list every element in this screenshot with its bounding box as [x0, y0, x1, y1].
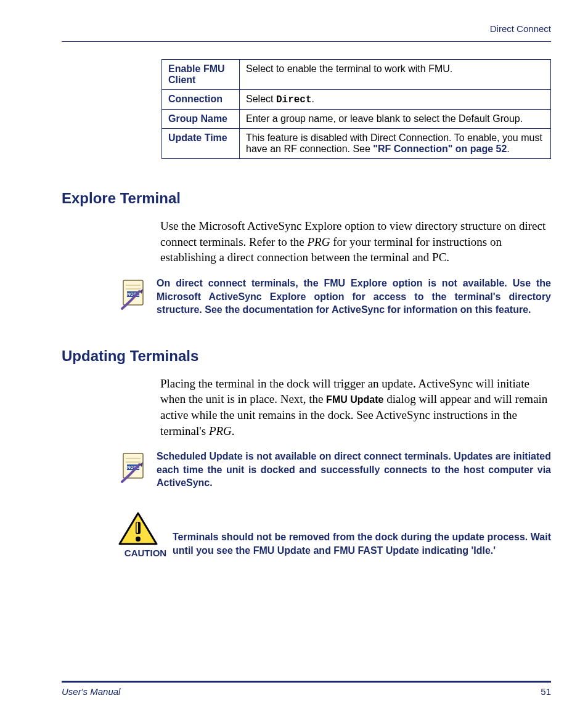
table-row: Update Time This feature is disabled wit…: [162, 129, 551, 159]
note-icon: NOTE: [118, 450, 157, 487]
table-row: Connection Select Direct.: [162, 90, 551, 110]
footer-rule: [62, 681, 551, 683]
table-value: Enter a group name, or leave blank to se…: [240, 110, 551, 129]
caution-icon-wrap: CAUTION: [118, 512, 173, 558]
italic-text: PRG: [209, 424, 232, 437]
note-text: Scheduled Update is not available on dir…: [157, 450, 551, 490]
svg-rect-12: [137, 522, 139, 533]
text: Select: [246, 94, 276, 104]
table-value: Select to enable the terminal to work wi…: [240, 60, 551, 90]
text: .: [232, 424, 235, 437]
text: .: [312, 94, 314, 104]
text: Select to enable the terminal to work wi…: [246, 63, 452, 74]
text: .: [507, 144, 509, 154]
cross-reference-link[interactable]: "RF Connection" on page 52: [373, 144, 507, 154]
table-key: Enable FMU Client: [162, 60, 240, 90]
page-header: Direct Connect: [62, 23, 551, 41]
mono-text: Direct: [276, 94, 312, 105]
table-row: Enable FMU Client Select to enable the t…: [162, 60, 551, 90]
text: Enter a group name, or leave blank to se…: [246, 113, 523, 124]
table-key: Connection: [162, 90, 240, 110]
body-paragraph: Placing the terminal in the dock will tr…: [160, 376, 551, 439]
body-paragraph: Use the Microsoft ActiveSync Explore opt…: [160, 218, 551, 266]
note-block: NOTE Scheduled Update is not available o…: [118, 450, 551, 490]
caution-icon: [118, 512, 158, 546]
table-key: Update Time: [162, 129, 240, 159]
config-table: Enable FMU Client Select to enable the t…: [161, 59, 551, 159]
note-block: NOTE On direct connect terminals, the FM…: [118, 277, 551, 317]
table-row: Group Name Enter a group name, or leave …: [162, 110, 551, 129]
caution-label: CAUTION: [118, 548, 173, 558]
italic-text: PRG: [307, 235, 330, 248]
page-footer: User's Manual 51: [62, 681, 551, 697]
footer-doc-title: User's Manual: [62, 686, 120, 697]
note-text: On direct connect terminals, the FMU Exp…: [157, 277, 551, 317]
table-value: This feature is disabled with Direct Con…: [240, 129, 551, 159]
table-value: Select Direct.: [240, 90, 551, 110]
header-rule: [62, 41, 551, 42]
caution-text: Terminals should not be removed from the…: [173, 512, 551, 557]
svg-point-11: [136, 537, 141, 542]
section-heading-explore: Explore Terminal: [62, 190, 551, 207]
caution-block: CAUTION Terminals should not be removed …: [118, 512, 551, 558]
footer-page-number: 51: [541, 686, 551, 697]
bold-text: FMU Update: [326, 394, 383, 405]
note-icon: NOTE: [118, 277, 157, 314]
table-key: Group Name: [162, 110, 240, 129]
section-heading-updating: Updating Terminals: [62, 347, 551, 365]
